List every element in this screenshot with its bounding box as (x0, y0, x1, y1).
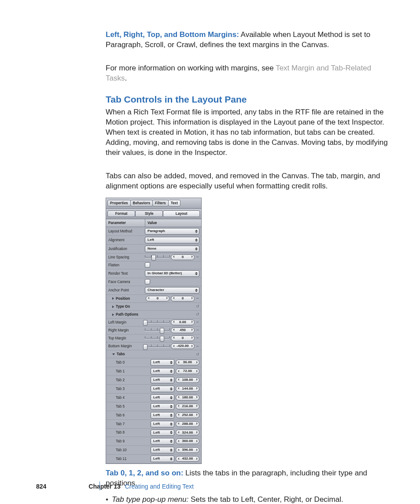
number-field[interactable]: 450 (171, 327, 195, 333)
number-field[interactable]: 108.00 (176, 377, 199, 383)
popup[interactable]: Left (151, 456, 174, 462)
popup[interactable]: In Global 3D (Better) (145, 270, 199, 277)
popup[interactable]: Left (151, 377, 174, 383)
number-field[interactable]: 252.00 (176, 412, 199, 418)
number-field[interactable]: 0.00 (171, 320, 195, 325)
number-field[interactable]: 216.00 (176, 404, 199, 409)
right-arrow-icon[interactable] (195, 378, 199, 382)
right-arrow-icon[interactable] (195, 440, 199, 443)
number-field[interactable]: 144.00 (176, 386, 199, 392)
number-field[interactable]: -420.00 (171, 343, 195, 349)
left-arrow-icon[interactable] (176, 457, 181, 461)
left-arrow-icon[interactable] (176, 413, 181, 417)
popup[interactable]: Left (151, 386, 174, 392)
popup[interactable]: Left (151, 438, 174, 445)
popup[interactable]: Paragraph (145, 228, 199, 235)
disclosure-down-icon[interactable] (112, 352, 117, 356)
right-arrow-icon[interactable] (195, 431, 199, 434)
left-arrow-icon[interactable] (176, 387, 181, 390)
popup[interactable]: Left (151, 412, 174, 419)
left-arrow-icon[interactable] (176, 422, 181, 426)
popup[interactable]: Left (151, 403, 174, 410)
checkbox[interactable] (145, 262, 150, 268)
number-field[interactable]: 360.00 (176, 438, 199, 444)
left-arrow-icon[interactable] (171, 255, 176, 259)
left-arrow-icon[interactable] (171, 345, 176, 348)
inspector-tab-text[interactable]: Text (168, 200, 181, 206)
slider[interactable] (145, 327, 169, 333)
number-field[interactable]: 72.00 (176, 368, 199, 374)
inspector-subtab-style[interactable]: Style (135, 210, 163, 217)
inspector-subtab-layout[interactable]: Layout (163, 210, 200, 217)
number-field[interactable]: 0 (171, 335, 195, 341)
left-arrow-icon[interactable] (176, 449, 181, 452)
left-arrow-icon[interactable] (176, 396, 181, 399)
right-arrow-icon[interactable] (190, 255, 194, 259)
right-arrow-icon[interactable] (195, 413, 199, 417)
number-field[interactable]: 0 (146, 296, 169, 302)
slider[interactable] (145, 254, 169, 260)
right-arrow-icon[interactable] (195, 405, 199, 408)
right-arrow-icon[interactable] (190, 320, 194, 324)
number-field[interactable]: 0 (171, 296, 195, 302)
disclosure-right-icon[interactable] (112, 305, 116, 309)
popup[interactable]: Left (145, 237, 199, 243)
right-arrow-icon[interactable] (190, 328, 194, 332)
popup[interactable]: Character (145, 287, 199, 294)
inspector-tab-properties[interactable]: Properties (107, 200, 131, 206)
left-arrow-icon[interactable] (176, 378, 181, 382)
popup[interactable]: Left (151, 394, 174, 401)
popup[interactable]: Left (151, 368, 174, 375)
bullet-tab-type: Tab type pop-up menu: Sets the tab to Le… (106, 495, 392, 504)
param-row: Tab 11Left432.00 (106, 455, 201, 464)
left-arrow-icon[interactable] (176, 361, 181, 364)
left-arrow-icon[interactable] (171, 336, 176, 340)
right-arrow-icon[interactable] (195, 422, 199, 426)
right-arrow-icon[interactable] (195, 449, 199, 452)
number-field[interactable]: 432.00 (176, 456, 199, 462)
disclosure-right-icon[interactable] (112, 313, 116, 316)
left-arrow-icon[interactable] (171, 328, 176, 332)
number-field[interactable]: 0 (171, 254, 195, 260)
slider[interactable] (145, 335, 169, 341)
number-field[interactable]: 396.00 (176, 447, 199, 453)
right-arrow-icon[interactable] (165, 297, 169, 300)
popup[interactable]: Left (151, 421, 174, 427)
inspector-tab-filters[interactable]: Filters (152, 200, 169, 206)
left-arrow-icon[interactable] (171, 320, 176, 324)
left-arrow-icon[interactable] (176, 431, 181, 434)
slider[interactable] (145, 320, 169, 325)
left-arrow-icon[interactable] (176, 440, 181, 443)
slider[interactable] (145, 344, 169, 349)
right-arrow-icon[interactable] (195, 457, 199, 461)
right-arrow-icon[interactable] (190, 345, 194, 348)
number-field[interactable]: 324.00 (176, 430, 199, 435)
checkbox[interactable] (145, 279, 150, 284)
inspector-subtab-format[interactable]: Format (107, 210, 135, 217)
popup[interactable]: Left (151, 359, 174, 366)
reset-icon[interactable] (196, 353, 199, 356)
right-arrow-icon[interactable] (195, 387, 199, 390)
right-arrow-icon[interactable] (190, 336, 194, 340)
number-field[interactable]: 36.00 (176, 360, 199, 365)
right-arrow-icon[interactable] (195, 396, 199, 399)
popup[interactable]: None (145, 246, 199, 252)
reset-icon[interactable] (196, 305, 199, 308)
number-field[interactable]: 288.00 (176, 421, 199, 427)
number-field[interactable]: 180.00 (176, 395, 199, 401)
right-arrow-icon[interactable] (195, 361, 199, 364)
right-arrow-icon[interactable] (190, 297, 194, 300)
popup[interactable]: Left (151, 430, 174, 436)
left-arrow-icon[interactable] (176, 405, 181, 408)
left-arrow-icon[interactable] (176, 370, 181, 373)
disclosure-right-icon[interactable] (112, 297, 116, 301)
param-row: Tab 0Left36.00 (106, 358, 201, 367)
right-arrow-icon[interactable] (195, 370, 199, 373)
inspector-tab-behaviors[interactable]: Behaviors (130, 200, 153, 206)
param-row: Tab 10Left396.00 (106, 446, 201, 455)
popup[interactable]: Left (151, 447, 174, 453)
left-arrow-icon[interactable] (146, 297, 151, 300)
reset-icon[interactable] (196, 313, 199, 316)
dash-icon (196, 345, 199, 348)
left-arrow-icon[interactable] (171, 297, 176, 300)
